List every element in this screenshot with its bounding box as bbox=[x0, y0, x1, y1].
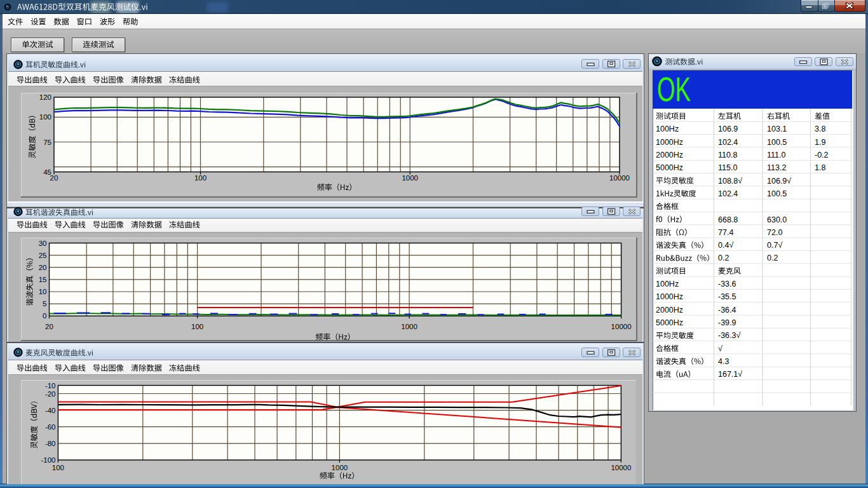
svg-text:1.8: 1.8 bbox=[815, 163, 825, 172]
svg-text:0.2: 0.2 bbox=[718, 254, 729, 262]
svg-text:111.0: 111.0 bbox=[767, 151, 785, 159]
svg-text:100.5: 100.5 bbox=[767, 189, 787, 198]
svg-text:1000Hz: 1000Hz bbox=[656, 292, 683, 301]
svg-text:-10: -10 bbox=[45, 382, 56, 390]
svg-text:20: 20 bbox=[39, 264, 47, 271]
svg-text:100: 100 bbox=[52, 464, 64, 471]
svg-text:10000: 10000 bbox=[611, 464, 631, 471]
svg-text:668.8: 668.8 bbox=[718, 215, 738, 224]
svg-text:100: 100 bbox=[39, 113, 51, 121]
svg-text:113.2: 113.2 bbox=[767, 163, 786, 172]
svg-text:3.8: 3.8 bbox=[815, 125, 825, 133]
svg-text:2000Hz: 2000Hz bbox=[656, 306, 683, 315]
svg-text:10000: 10000 bbox=[609, 174, 630, 182]
svg-text:10: 10 bbox=[39, 288, 47, 295]
svg-text:75: 75 bbox=[43, 139, 51, 146]
svg-text:-100: -100 bbox=[41, 456, 55, 464]
svg-text:100: 100 bbox=[191, 323, 203, 330]
svg-text:-36.3√: -36.3√ bbox=[718, 331, 740, 340]
svg-text:5000Hz: 5000Hz bbox=[656, 318, 683, 327]
svg-text:108.8√: 108.8√ bbox=[718, 177, 742, 186]
svg-text:106.9: 106.9 bbox=[718, 125, 738, 133]
svg-text:5000Hz: 5000Hz bbox=[656, 163, 683, 172]
svg-text:30: 30 bbox=[39, 240, 47, 247]
svg-text:120: 120 bbox=[39, 93, 51, 101]
svg-text:72.0: 72.0 bbox=[767, 228, 782, 237]
svg-text:77.4: 77.4 bbox=[718, 228, 733, 237]
svg-text:630.0: 630.0 bbox=[767, 215, 787, 224]
svg-text:2000Hz: 2000Hz bbox=[656, 151, 683, 159]
svg-text:106.9√: 106.9√ bbox=[767, 177, 791, 186]
svg-text:102.4: 102.4 bbox=[718, 138, 738, 147]
svg-text:-40: -40 bbox=[45, 407, 56, 414]
svg-text:15: 15 bbox=[39, 276, 47, 283]
svg-text:-36.4: -36.4 bbox=[718, 306, 736, 315]
svg-text:-60: -60 bbox=[45, 423, 56, 431]
svg-text:115.0: 115.0 bbox=[718, 163, 737, 172]
svg-text:1.9: 1.9 bbox=[815, 138, 825, 147]
svg-text:1000Hz: 1000Hz bbox=[656, 138, 683, 147]
svg-text:OK: OK bbox=[657, 69, 691, 108]
svg-text:-80: -80 bbox=[45, 440, 56, 447]
svg-text:102.4: 102.4 bbox=[718, 189, 738, 198]
svg-text:100Hz: 100Hz bbox=[656, 125, 679, 133]
svg-text:-33.6: -33.6 bbox=[718, 280, 736, 288]
svg-text:10000: 10000 bbox=[611, 323, 632, 330]
svg-text:20: 20 bbox=[45, 323, 53, 330]
svg-text:-0.2: -0.2 bbox=[815, 151, 829, 159]
svg-text:1000: 1000 bbox=[402, 174, 418, 182]
svg-text:100: 100 bbox=[194, 174, 207, 182]
svg-text:√: √ bbox=[718, 344, 722, 353]
svg-text:100Hz: 100Hz bbox=[656, 280, 679, 288]
svg-text:100.5: 100.5 bbox=[767, 138, 787, 147]
svg-text:110.8: 110.8 bbox=[718, 151, 737, 159]
svg-text:1000: 1000 bbox=[332, 464, 348, 471]
svg-text:0.2: 0.2 bbox=[767, 254, 778, 262]
svg-text:20: 20 bbox=[50, 174, 58, 182]
svg-text:0.7√: 0.7√ bbox=[767, 241, 782, 250]
svg-text:0: 0 bbox=[43, 312, 46, 320]
svg-text:0.4√: 0.4√ bbox=[718, 241, 733, 250]
svg-text:-35.5: -35.5 bbox=[718, 292, 736, 301]
svg-text:4.3: 4.3 bbox=[718, 357, 729, 366]
svg-text:-20: -20 bbox=[45, 390, 56, 398]
svg-text:-39.9: -39.9 bbox=[718, 318, 736, 327]
svg-text:1000: 1000 bbox=[401, 323, 417, 330]
svg-text:5: 5 bbox=[43, 300, 46, 308]
svg-text:25: 25 bbox=[39, 252, 47, 259]
svg-text:103.1: 103.1 bbox=[767, 125, 787, 133]
svg-text:167.1√: 167.1√ bbox=[718, 370, 742, 379]
